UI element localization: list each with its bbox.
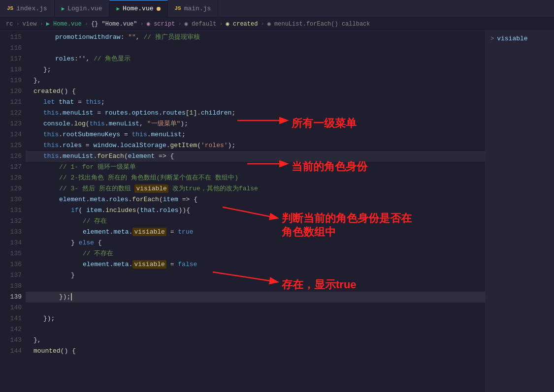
- tab-label: index.js: [16, 5, 47, 12]
- js-icon: JS: [7, 5, 13, 11]
- code-line-120: created() {: [26, 86, 485, 97]
- code-line-119: },: [26, 75, 485, 86]
- code-line-124: this.rootSubmenuKeys = this.menuList;: [26, 129, 485, 140]
- code-line-123: console.log(this.menuList, "一级菜单");: [26, 119, 485, 129]
- outline-item: > visiable: [486, 33, 554, 44]
- code-line-121: let that = this;: [26, 97, 485, 108]
- code-line-126: this.menuList.forEach(element => {: [26, 151, 485, 162]
- code-line-144: mounted() {: [26, 346, 485, 357]
- tab-label: main.js: [184, 5, 211, 12]
- code-line-122: this.menuList = routes.options.routes[1]…: [26, 108, 485, 119]
- vue-icon: ▶: [62, 5, 65, 12]
- code-line-129: // 3- 然后 所在的数组 visiable 改为true，其他的改为fals…: [26, 183, 485, 194]
- tab-login-vue[interactable]: ▶ Login.vue: [55, 0, 110, 17]
- code-line-132: // 存在: [26, 216, 485, 227]
- tab-bar: JS index.js ▶ Login.vue ▶ Home.vue JS ma…: [0, 0, 554, 17]
- code-line-115: promotionwithdraw: "", // 推广员提现审核: [26, 32, 485, 43]
- code-line-131: if( item.includes(that.roles)){: [26, 205, 485, 216]
- vue-icon: ▶: [116, 5, 120, 12]
- breadcrumb: rc › view › ▶ Home.vue › {} "Home.vue" ›…: [0, 17, 554, 31]
- code-line-127: // 1- for 循环一级菜单: [26, 162, 485, 173]
- tab-label: Login.vue: [67, 5, 102, 12]
- code-line-141: });: [26, 313, 485, 324]
- code-line-135: // 不存在: [26, 248, 485, 259]
- line-numbers: 115 116 117 118 119 120 121 122 123 124 …: [0, 31, 26, 392]
- code-line-134: } else {: [26, 238, 485, 248]
- code-line-139: });: [26, 292, 485, 302]
- code-line-125: this.roles = window.localStorage.getItem…: [26, 140, 485, 151]
- code-line-136: element.meta.visiable = false: [26, 259, 485, 270]
- code-line-128: // 2-找出角色 所在的 角色数组(判断某个值在不在 数组中): [26, 173, 485, 183]
- tab-main-js[interactable]: JS main.js: [168, 0, 219, 17]
- code-line-130: element.meta.roles.forEach(item => {: [26, 194, 485, 205]
- code-editor[interactable]: promotionwithdraw: "", // 推广员提现审核 roles:…: [26, 31, 485, 392]
- right-panel: > visiable: [485, 31, 554, 392]
- editor: 115 116 117 118 119 120 121 122 123 124 …: [0, 31, 554, 392]
- tab-label: Home.vue: [123, 5, 153, 12]
- code-line-142: [26, 324, 485, 335]
- code-line-117: roles:'', // 角色显示: [26, 54, 485, 64]
- tab-home-vue[interactable]: ▶ Home.vue: [109, 0, 167, 17]
- code-line-143: },: [26, 335, 485, 346]
- code-line-116: [26, 43, 485, 54]
- code-line-137: }: [26, 270, 485, 281]
- tab-index-js[interactable]: JS index.js: [0, 0, 55, 17]
- code-line-138: [26, 281, 485, 292]
- code-line-133: element.meta.visiable = true: [26, 227, 485, 238]
- code-line-118: };: [26, 64, 485, 75]
- modified-dot: [157, 7, 161, 11]
- js-icon: JS: [175, 5, 181, 11]
- code-line-140: [26, 302, 485, 313]
